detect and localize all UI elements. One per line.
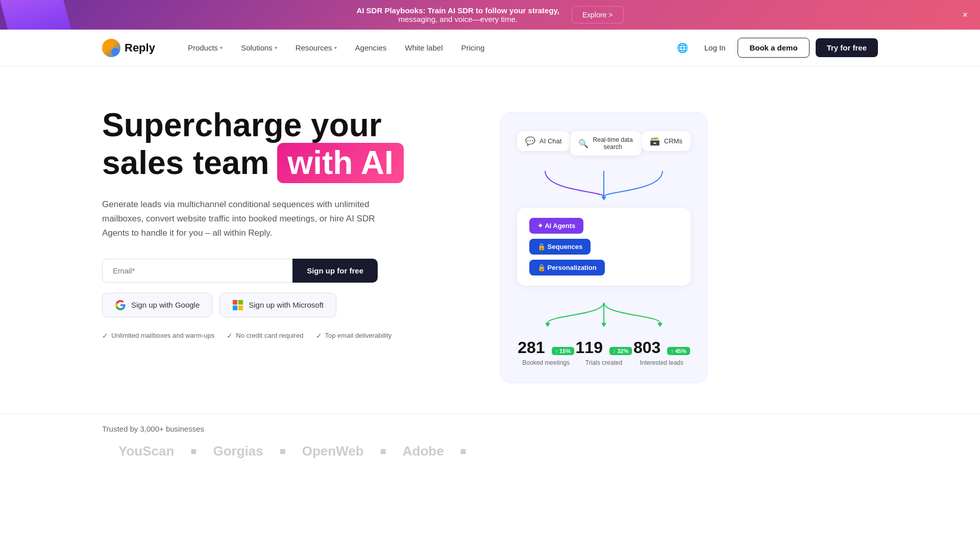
hero-left: Supercharge your sales team with AI Gene… [102,107,459,340]
nav-resources[interactable]: Resources ▾ [287,39,345,56]
trust-item-3: ✓ Top email deliverability [316,332,392,340]
nav-white-label[interactable]: White label [397,39,451,56]
crm-card: 🗃️ CRMs [642,131,691,151]
microsoft-signup-button[interactable]: Sign up with Microsoft [219,293,336,317]
real-time-card: 🔍 Real-time data search [570,131,642,156]
svg-marker-6 [601,323,606,327]
brand-youscan: YouScan [102,443,190,459]
products-chevron-icon: ▾ [220,45,223,51]
search-icon: 🔍 [578,139,589,148]
trust-items: ✓ Unlimited mailboxes and warm-ups ✓ No … [102,332,459,340]
hero-description: Generate leads via multichannel conditio… [102,197,388,240]
lower-arrows-svg [517,300,691,328]
logo-text: Reply [125,41,155,55]
svg-rect-2 [233,306,237,310]
email-input[interactable] [102,259,292,283]
banner-illustration [0,0,82,30]
diagram-stats: 281 ↑ 15% Booked meetings 119 ↑ 32% Tria… [517,334,691,366]
signup-form: Sign up for free [102,259,378,283]
ai-chat-icon: 💬 [525,136,535,146]
explore-button[interactable]: Explore > [572,6,624,23]
nav-pricing[interactable]: Pricing [453,39,493,56]
nav-actions: 🌐 Log In Book a demo Try for free [673,38,878,58]
trust-item-1: ✓ Unlimited mailboxes and warm-ups [102,332,214,340]
logo-icon [102,39,120,57]
svg-marker-5 [545,323,550,327]
personalization-badge: 🔒 Personalization [529,260,605,276]
nav-agencies[interactable]: Agencies [347,39,395,56]
social-buttons: Sign up with Google Sign up with Microso… [102,293,459,317]
stat-trials-created: 119 ↑ 32% Trials created [575,338,632,366]
microsoft-icon [232,299,243,311]
check-icon-2: ✓ [227,332,233,340]
login-button[interactable]: Log In [698,39,732,56]
nav-links: Products ▾ Solutions ▾ Resources ▾ Agenc… [180,39,673,56]
check-icon-3: ✓ [316,332,322,340]
brand-logos: YouScan ■ Gorgias ■ OpenWeb ■ Adobe ■ [102,443,878,459]
resources-chevron-icon: ▾ [334,45,337,51]
nav-products[interactable]: Products ▾ [180,39,231,56]
solutions-chevron-icon: ▾ [275,45,277,51]
diagram-top-row: 💬 AI Chat 🔍 Real-time data search 🗃️ CRM… [517,131,691,156]
crm-icon: 🗃️ [650,136,660,146]
top-banner: AI SDR Playbooks: Train AI SDR to follow… [0,0,980,30]
trusted-label: Trusted by 3,000+ businesses [102,424,878,433]
svg-rect-0 [233,300,237,305]
logo[interactable]: Reply [102,39,155,57]
brand-dot-2: ■ [280,445,286,457]
close-banner-button[interactable]: × [962,10,968,20]
trust-item-2: ✓ No credit card required [227,332,303,340]
stat1-badge: ↑ 15% [552,347,575,355]
svg-rect-1 [238,300,243,305]
book-demo-button[interactable]: Book a demo [738,38,809,58]
arrow-area [517,166,691,202]
navbar: Reply Products ▾ Solutions ▾ Resources ▾… [0,30,980,66]
brand-dot-4: ■ [460,445,467,457]
stat-booked-meetings: 281 ↑ 15% Booked meetings [517,338,575,366]
svg-marker-7 [657,323,663,327]
stat3-badge: ↑ 45% [667,347,690,355]
try-free-button[interactable]: Try for free [816,38,878,57]
check-icon-1: ✓ [102,332,108,340]
trusted-section: Trusted by 3,000+ businesses YouScan ■ G… [0,414,980,480]
brand-dot-3: ■ [380,445,386,457]
signup-button[interactable]: Sign up for free [292,259,378,283]
brand-dot-1: ■ [190,445,197,457]
book-shape [0,0,72,30]
language-button[interactable]: 🌐 [673,38,692,58]
brand-gorgias: Gorgias [197,443,279,459]
ai-agents-badge: ✦ AI Agents [529,218,583,234]
brand-openweb: OpenWeb [286,443,380,459]
banner-text: AI SDR Playbooks: Train AI SDR to follow… [356,6,559,23]
diagram-center: ✦ AI Agents 🔒 Sequences 🔒 Personalizatio… [517,208,691,286]
brand-adobe: Adobe [386,443,460,459]
hero-diagram: 💬 AI Chat 🔍 Real-time data search 🗃️ CRM… [500,112,707,383]
google-signup-button[interactable]: Sign up with Google [102,293,212,317]
lower-arrows [517,300,691,328]
svg-marker-4 [601,196,606,201]
ai-chat-card: 💬 AI Chat [517,131,570,151]
sequences-badge: 🔒 Sequences [529,239,591,255]
with-ai-highlight: with AI [277,143,403,183]
arrows-svg [517,166,691,202]
nav-solutions[interactable]: Solutions ▾ [233,39,285,56]
hero-section: Supercharge your sales team with AI Gene… [0,66,980,414]
stat2-badge: ↑ 32% [609,347,632,355]
hero-title: Supercharge your sales team with AI [102,107,459,183]
google-icon [115,299,126,311]
stat-interested-leads: 803 ↑ 45% Interested leads [633,338,691,366]
svg-rect-3 [238,306,243,310]
